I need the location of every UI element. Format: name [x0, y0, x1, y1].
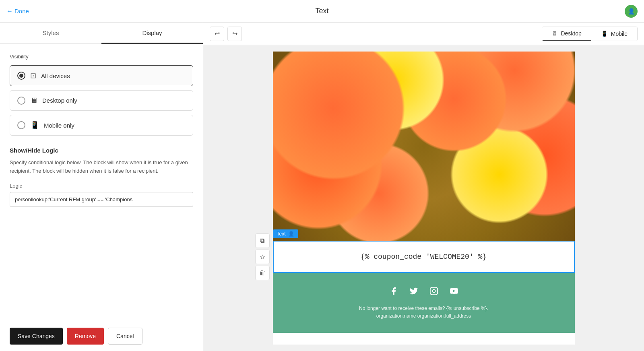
coupon-code: {% coupon_code 'WELCOME20' %} — [361, 253, 487, 261]
cancel-button[interactable]: Cancel — [108, 328, 142, 345]
delete-button[interactable]: 🗑 — [255, 266, 270, 280]
org-address: organization.name organization.full_addr… — [283, 312, 565, 320]
mobile-view-icon: 📱 — [601, 31, 608, 37]
visibility-label: Visibility — [10, 54, 193, 60]
visibility-mobile-only[interactable]: 📱 Mobile only — [10, 115, 193, 136]
mobile-view-button[interactable]: 📱 Mobile — [591, 27, 637, 41]
all-devices-icon: ⊡ — [30, 71, 36, 80]
redo-button[interactable]: ↪ — [227, 27, 242, 41]
panel-content: Visibility ⊡ All devices 🖥 Desktop only … — [0, 44, 203, 321]
desktop-only-label: Desktop only — [42, 97, 77, 104]
radio-all-devices — [17, 72, 25, 80]
logic-title: Show/Hide Logic — [10, 147, 193, 154]
tab-display[interactable]: Display — [101, 23, 203, 44]
left-panel: Styles Display Visibility ⊡ All devices … — [0, 23, 203, 351]
visibility-all-devices[interactable]: ⊡ All devices — [10, 65, 193, 86]
avatar-icon: 👤 — [628, 8, 635, 14]
done-link[interactable]: ← Done — [6, 8, 29, 15]
svg-rect-0 — [430, 287, 437, 295]
radio-mobile-only — [17, 121, 25, 129]
right-toolbar: ↩ ↪ 🖥 Desktop 📱 Mobile — [203, 23, 644, 45]
top-bar: ← Done Text 👤 — [0, 0, 644, 23]
text-block-container: ⧉ ☆ 🗑 Text 👤 {% coupon_code 'WELCOME20' … — [273, 241, 575, 273]
right-panel: ↩ ↪ 🖥 Desktop 📱 Mobile — [203, 23, 644, 351]
logic-field-label: Logic — [10, 183, 193, 189]
favorite-button[interactable]: ☆ — [255, 250, 270, 264]
text-block-label: Text 👤 — [273, 229, 298, 238]
save-changes-button[interactable]: Save Changes — [10, 328, 63, 345]
done-label: Done — [14, 8, 29, 14]
duplicate-button[interactable]: ⧉ — [255, 233, 270, 248]
desktop-view-icon: 🖥 — [552, 30, 557, 37]
all-devices-label: All devices — [41, 72, 70, 79]
twitter-icon[interactable] — [409, 286, 418, 298]
mobile-only-icon: 📱 — [30, 121, 39, 130]
back-arrow-icon: ← — [6, 8, 13, 15]
text-block[interactable]: {% coupon_code 'WELCOME20' %} — [273, 241, 575, 273]
social-footer: No longer want to receive these emails? … — [273, 273, 575, 333]
facebook-icon[interactable] — [389, 286, 398, 298]
email-preview: ⧉ ☆ 🗑 Text 👤 {% coupon_code 'WELCOME20' … — [273, 52, 575, 345]
desktop-view-label: Desktop — [561, 30, 581, 37]
radio-desktop-only — [17, 97, 25, 105]
text-block-wrapper: Text 👤 {% coupon_code 'WELCOME20' %} — [273, 241, 575, 273]
undo-button[interactable]: ↩ — [210, 27, 224, 41]
avatar: 👤 — [625, 5, 638, 18]
email-preview-wrapper: ⧉ ☆ 🗑 Text 👤 {% coupon_code 'WELCOME20' … — [203, 45, 644, 351]
unsubscribe-text: No longer want to receive these emails? … — [283, 305, 565, 312]
float-tools: ⧉ ☆ 🗑 — [255, 233, 270, 280]
page-title: Text — [315, 7, 328, 15]
desktop-view-button[interactable]: 🖥 Desktop — [542, 27, 591, 41]
fruit-image-content — [273, 52, 575, 241]
logic-description: Specify conditional logic below. The blo… — [10, 159, 193, 176]
bottom-bar: Save Changes Remove Cancel — [0, 321, 203, 351]
remove-button[interactable]: Remove — [67, 328, 104, 345]
social-icons — [283, 286, 565, 298]
visibility-desktop-only[interactable]: 🖥 Desktop only — [10, 90, 193, 111]
toolbar-left: ↩ ↪ — [210, 27, 242, 41]
youtube-icon[interactable] — [450, 286, 458, 298]
text-block-icon: 👤 — [288, 231, 294, 237]
mobile-only-label: Mobile only — [44, 122, 74, 129]
tab-bar: Styles Display — [0, 23, 203, 44]
fruit-image-block — [273, 52, 575, 241]
text-label-text: Text — [277, 231, 286, 237]
mobile-view-label: Mobile — [611, 31, 627, 37]
logic-section: Show/Hide Logic Specify conditional logi… — [10, 147, 193, 207]
tab-styles[interactable]: Styles — [0, 23, 101, 44]
user-avatar-wrapper: 👤 — [625, 5, 638, 18]
logic-input[interactable] — [10, 192, 193, 207]
device-switcher: 🖥 Desktop 📱 Mobile — [542, 27, 638, 41]
desktop-only-icon: 🖥 — [30, 96, 37, 105]
main-layout: Styles Display Visibility ⊡ All devices … — [0, 23, 644, 351]
instagram-icon[interactable] — [429, 286, 438, 298]
